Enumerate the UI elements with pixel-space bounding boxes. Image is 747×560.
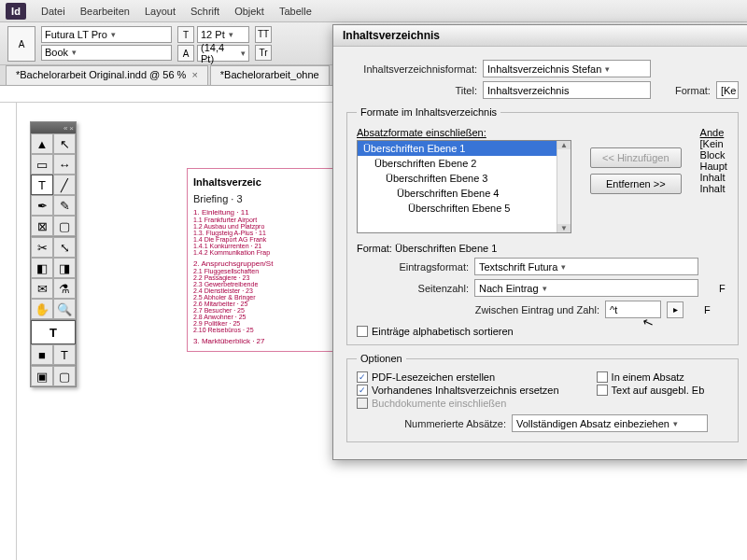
document-page-preview: Inhaltsverzeic Briefing · 3 1. Einleitun… bbox=[187, 168, 355, 352]
pdf-bookmarks-checkbox[interactable]: ✓ bbox=[357, 371, 368, 383]
rectangle-tool[interactable]: ▢ bbox=[53, 216, 76, 236]
pencil-tool[interactable]: ✎ bbox=[53, 195, 76, 216]
format-heading-label: Format: Überschriften Ebene 1 bbox=[357, 243, 728, 254]
preview-line: 1.4.2 Kommunikation Frap bbox=[193, 249, 348, 256]
book-docs-checkbox bbox=[357, 398, 368, 409]
numbered-para-select[interactable]: Vollständigen Absatz einbeziehen bbox=[512, 414, 708, 432]
menu-tabelle[interactable]: Tabelle bbox=[272, 6, 319, 17]
apply-color-icon[interactable]: ■ bbox=[31, 344, 53, 365]
note-tool[interactable]: ✉ bbox=[31, 278, 53, 299]
between-input[interactable]: ^t bbox=[605, 301, 661, 318]
single-paragraph-label: In einem Absatz bbox=[612, 371, 684, 383]
leading-select[interactable]: (14,4 Pt) bbox=[197, 45, 249, 62]
preview-line: 2.4 Dienstleister · 23 bbox=[193, 287, 348, 294]
gap-tool[interactable]: ↔ bbox=[53, 154, 76, 175]
view-normal-icon[interactable]: ▣ bbox=[31, 366, 53, 386]
rectangle-frame-tool[interactable]: ⊠ bbox=[31, 216, 53, 236]
menu-bearbeiten[interactable]: Bearbeiten bbox=[73, 6, 137, 17]
preview-line: 2.3 Gewerbetreibende bbox=[193, 281, 348, 287]
collapse-icon[interactable]: « bbox=[63, 124, 67, 133]
gradient-feather-tool[interactable]: ◨ bbox=[53, 258, 76, 278]
special-char-button[interactable]: ▸ bbox=[667, 301, 684, 318]
close-icon[interactable]: × bbox=[191, 69, 197, 80]
remove-button[interactable]: Entfernen >> bbox=[590, 174, 682, 194]
doc-tab-1[interactable]: *Bachelorarbeit_ohne bbox=[210, 65, 330, 85]
single-paragraph-checkbox[interactable] bbox=[597, 371, 608, 383]
zoom-tool[interactable]: 🔍 bbox=[53, 299, 76, 319]
options-legend: Optionen bbox=[357, 353, 406, 364]
preview-line: 1.4.1 Konkurrenten · 21 bbox=[193, 243, 348, 249]
scrollbar[interactable] bbox=[557, 141, 571, 232]
hand-tool[interactable]: ✋ bbox=[31, 299, 53, 319]
scissors-tool[interactable]: ✂ bbox=[31, 237, 53, 258]
preview-line: 2.6 Mitarbeiter · 25 bbox=[193, 301, 348, 307]
allcaps-icon[interactable]: TT bbox=[255, 26, 272, 43]
entryformat-select[interactable]: Textschrift Futura bbox=[474, 258, 698, 275]
direct-selection-tool[interactable]: ↖ bbox=[53, 133, 76, 154]
preview-line: 2.8 Anwohner · 25 bbox=[193, 314, 348, 320]
list-item[interactable]: Überschriften Ebene 5 bbox=[358, 201, 571, 216]
alpha-sort-label: Einträge alphabetisch sortieren bbox=[372, 326, 514, 337]
menu-datei[interactable]: Datei bbox=[34, 6, 73, 17]
font-family-select[interactable]: Futura LT Pro bbox=[41, 26, 172, 43]
list-item[interactable]: Überschriften Ebene 1 bbox=[358, 141, 571, 156]
formats-legend: Formate im Inhaltsverzeichnis bbox=[357, 106, 500, 118]
line-tool[interactable]: ╱ bbox=[53, 175, 76, 195]
doc-tab-label: *Bachelorarbeit Original.indd @ 56 % bbox=[16, 69, 186, 80]
font-weight-select[interactable]: Book bbox=[41, 45, 172, 62]
side-f2-label: F bbox=[704, 304, 711, 315]
toc-format-label: Inhaltsverzeichnisformat: bbox=[346, 63, 477, 75]
preview-line: 1.2 Ausbau und Platzpro bbox=[193, 223, 348, 230]
preview-line: 1.4 Die Fraport AG Frank bbox=[193, 236, 348, 243]
doc-tab-label: *Bachelorarbeit_ohne bbox=[220, 69, 319, 80]
font-size-icon: T bbox=[177, 26, 194, 43]
hidden-layers-checkbox[interactable] bbox=[597, 385, 608, 396]
options-group: Optionen ✓PDF-Lesezeichen erstellen ✓Vor… bbox=[346, 353, 739, 442]
font-size-select[interactable]: 12 Pt bbox=[197, 26, 249, 43]
free-transform-tool[interactable]: ⤡ bbox=[53, 237, 76, 258]
other-item: Inhalt bbox=[700, 183, 727, 194]
include-formats-list[interactable]: Überschriften Ebene 1 Überschriften Eben… bbox=[357, 140, 571, 233]
replace-toc-checkbox[interactable]: ✓ bbox=[357, 385, 368, 396]
leading-icon: A bbox=[177, 45, 194, 62]
numbered-para-label: Nummerierte Absätze: bbox=[357, 418, 506, 429]
other-item: Inhalt bbox=[700, 172, 727, 183]
list-item[interactable]: Überschriften Ebene 2 bbox=[358, 156, 571, 171]
page-tool[interactable]: ▭ bbox=[31, 154, 53, 175]
titlecase-icon[interactable]: Tr bbox=[255, 45, 272, 62]
menu-layout[interactable]: Layout bbox=[137, 6, 183, 17]
dialog-title: Inhaltsverzeichnis bbox=[333, 25, 747, 47]
pagenum-select[interactable]: Nach Eintrag bbox=[474, 279, 698, 297]
menu-objekt[interactable]: Objekt bbox=[227, 6, 272, 17]
preview-line: 1.1 Frankfurter Airport bbox=[193, 217, 348, 223]
preview-line: 2.5 Abholer & Bringer bbox=[193, 294, 348, 301]
char-format-icon[interactable]: A bbox=[7, 26, 35, 62]
type-tool[interactable]: T bbox=[31, 175, 53, 195]
list-item[interactable]: Überschriften Ebene 3 bbox=[358, 171, 571, 186]
add-button[interactable]: << Hinzufügen bbox=[590, 147, 682, 168]
view-preview-icon[interactable]: ▢ bbox=[53, 366, 76, 386]
toc-title-input[interactable]: Inhaltsverzeichnis bbox=[483, 81, 651, 99]
book-docs-label: Buchdokumente einschließen bbox=[372, 398, 506, 409]
preview-sec-3: 3. Marktüberblick · 27 bbox=[193, 337, 348, 345]
preview-line: 1.3. Flugsteig A-Plus · 11 bbox=[193, 230, 348, 236]
tools-panel: «× ▲ ↖ ▭ ↔ T ╱ ✒ ✎ ⊠ ▢ ✂ ⤡ ◧ ◨ ✉ ⚗ ✋ 🔍 T… bbox=[30, 121, 77, 387]
app-logo: Id bbox=[6, 3, 26, 20]
preview-line: 2.10 Reisebüros · 25 bbox=[193, 327, 348, 333]
pen-tool[interactable]: ✒ bbox=[31, 195, 53, 216]
toc-format-select[interactable]: Inhaltsverzeichnis Stefan bbox=[483, 60, 651, 77]
fill-stroke-proxy[interactable]: T bbox=[31, 320, 76, 344]
alpha-sort-checkbox[interactable] bbox=[357, 326, 368, 337]
preview-sec-1: 1. Einleitung · 11 bbox=[193, 208, 348, 217]
menu-schrift[interactable]: Schrift bbox=[183, 6, 227, 17]
eyedropper-tool[interactable]: ⚗ bbox=[53, 278, 76, 299]
list-item[interactable]: Überschriften Ebene 4 bbox=[358, 186, 571, 201]
apply-type-icon[interactable]: T bbox=[53, 344, 76, 365]
close-icon[interactable]: × bbox=[69, 124, 74, 133]
between-label: Zwischen Eintrag und Zahl: bbox=[357, 304, 599, 315]
toc-title-label: Titel: bbox=[346, 85, 477, 96]
toc-titleformat-select[interactable]: [Ke bbox=[716, 81, 739, 99]
doc-tab-0[interactable]: *Bachelorarbeit Original.indd @ 56 %× bbox=[6, 65, 208, 85]
selection-tool[interactable]: ▲ bbox=[31, 133, 53, 154]
gradient-swatch-tool[interactable]: ◧ bbox=[31, 258, 53, 278]
